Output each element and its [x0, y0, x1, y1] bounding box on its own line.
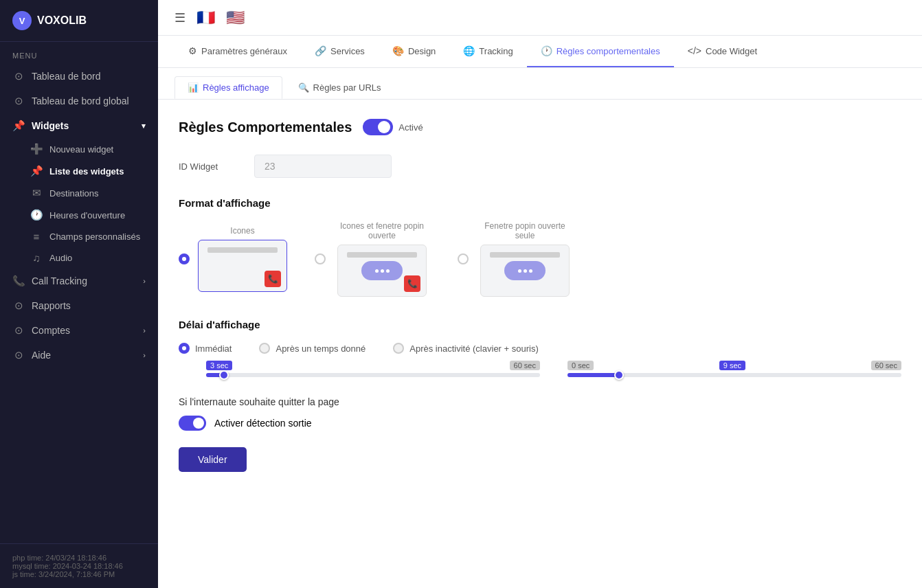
chevron-right-icon-3: ›	[143, 351, 146, 359]
format-radio-popin-seule[interactable]	[458, 253, 469, 264]
dot-2	[381, 269, 384, 273]
sidebar-item-widgets[interactable]: 📌 Widgets ▾	[0, 113, 158, 138]
sidebar-item-label: Nouveau widget	[49, 144, 113, 155]
tab-tracking[interactable]: 🌐 Tracking	[449, 36, 526, 67]
format-card-icones-wrap: Icones 📞	[198, 226, 287, 292]
dot-row-2	[518, 269, 532, 273]
card-topbar-2	[347, 252, 417, 258]
sidebar-item-heures-ouverture[interactable]: 🕐 Heures d'ouverture	[30, 204, 158, 226]
card-topbar-3	[490, 252, 560, 258]
delay-label-immediat: Immédiat	[195, 343, 232, 354]
js-time: js time: 3/24/2024, 7:18:46 PM	[12, 570, 146, 578]
exit-section: Si l'internaute souhaite quitter la page…	[179, 396, 901, 431]
sidebar-footer: php time: 24/03/24 18:18:46 mysql time: …	[0, 543, 158, 588]
format-radio-icones[interactable]	[179, 253, 190, 264]
valider-button[interactable]: Valider	[179, 447, 247, 472]
toggle-status: Activé	[398, 122, 423, 133]
tab-parametres-generaux[interactable]: ⚙ Paramètres généraux	[175, 36, 301, 67]
rules-header: Règles Comportementales Activé	[179, 119, 901, 135]
widgets-icon: 📌	[12, 120, 25, 132]
widgets-submenu: ➕ Nouveau widget 📌 Liste des widgets ✉ D…	[0, 138, 158, 269]
sidebar-item-audio[interactable]: ♫ Audio	[30, 247, 158, 269]
sidebar-item-champs-perso[interactable]: ≡ Champs personnalisés	[30, 226, 158, 247]
add-icon: ➕	[30, 143, 43, 155]
search-icon: 🔍	[298, 82, 309, 93]
id-widget-input[interactable]	[254, 155, 392, 178]
delay-option-temps-donne[interactable]: Après un temps donné	[259, 343, 366, 354]
destinations-icon: ✉	[30, 187, 43, 199]
sidebar-item-label: Tableau de bord	[32, 71, 100, 82]
id-widget-label: ID Widget	[179, 161, 240, 172]
sidebar-item-destinations[interactable]: ✉ Destinations	[30, 182, 158, 204]
slider1-track[interactable]	[206, 373, 540, 377]
sidebar-item-nouveau-widget[interactable]: ➕ Nouveau widget	[30, 138, 158, 160]
delay-option-immediat[interactable]: Immédiat	[179, 343, 232, 354]
format-option-popin-seule[interactable]: Fenetre popin ouverte seule	[458, 221, 573, 297]
delay-radio-inactivite[interactable]	[393, 343, 404, 354]
active-toggle[interactable]	[363, 119, 393, 135]
center-widget	[361, 261, 403, 280]
slider-temps-donne: 3 sec 60 sec	[206, 361, 540, 377]
format-section-title: Format d'affichage	[179, 197, 901, 209]
id-widget-row: ID Widget	[179, 155, 901, 178]
slider1-thumb[interactable]	[219, 370, 229, 380]
services-icon: 🔗	[315, 45, 326, 56]
format-radio-icones-popin[interactable]	[315, 253, 326, 264]
sidebar-item-label: Aide	[32, 350, 51, 361]
sidebar-item-call-tracking[interactable]: 📞 Call Tracking ›	[0, 269, 158, 293]
slider2-thumb[interactable]	[614, 370, 624, 380]
dot-5	[524, 269, 527, 273]
tab-design[interactable]: 🎨 Design	[379, 36, 449, 67]
format-option-label-icones: Icones	[230, 226, 254, 236]
reports-icon: ⊙	[12, 299, 25, 312]
delay-label-inactivite: Après inactivité (clavier + souris)	[409, 343, 538, 354]
tab-regles-comportementales[interactable]: 🕐 Règles comportementales	[527, 36, 674, 67]
sidebar: V VOXOLIB MENU ⊙ Tableau de bord ⊙ Table…	[0, 0, 158, 588]
format-card-icones: 📞	[198, 240, 287, 292]
sidebar-item-liste-widgets[interactable]: 📌 Liste des widgets	[30, 160, 158, 182]
tab-label: Paramètres généraux	[201, 46, 287, 56]
sub-tab-regles-urls[interactable]: 🔍 Règles par URLs	[285, 76, 394, 99]
audio-icon: ♫	[30, 252, 43, 264]
slider2-track[interactable]	[567, 373, 901, 377]
slider2-fill	[567, 373, 618, 377]
sidebar-item-label: Champs personnalisés	[49, 231, 140, 242]
dot-4	[518, 269, 521, 273]
delay-radio-temps[interactable]	[259, 343, 270, 354]
delay-label-temps: Après un temps donné	[276, 343, 366, 354]
sidebar-item-rapports[interactable]: ⊙ Rapports	[0, 293, 158, 318]
dot-6	[529, 269, 532, 273]
sidebar-item-tableau-global[interactable]: ⊙ Tableau de bord global	[0, 89, 158, 113]
exit-toggle[interactable]	[179, 416, 206, 431]
sidebar-item-comptes[interactable]: ⊙ Comptes ›	[0, 318, 158, 343]
logo-icon: V	[12, 11, 32, 30]
delay-radio-immediat[interactable]	[179, 343, 190, 354]
sidebar-item-aide[interactable]: ⊙ Aide ›	[0, 343, 158, 368]
delay-option-inactivite[interactable]: Après inactivité (clavier + souris)	[393, 343, 538, 354]
card-topbar	[207, 247, 278, 253]
tab-code-widget[interactable]: </> Code Widget	[674, 36, 771, 67]
slider1-max: 60 sec	[510, 361, 540, 370]
slider2-labels: 0 sec 9 sec 60 sec	[567, 361, 901, 370]
accounts-icon: ⊙	[12, 324, 25, 337]
call-icon-2: 📞	[404, 275, 420, 292]
slider-inactivite: 0 sec 9 sec 60 sec	[567, 361, 901, 377]
sub-tab-label: Règles par URLs	[313, 82, 381, 93]
sidebar-item-tableau-de-bord[interactable]: ⊙ Tableau de bord	[0, 64, 158, 89]
sub-tab-regles-affichage[interactable]: 📊 Règles affichage	[175, 76, 282, 99]
flag-us[interactable]: 🇺🇸	[226, 9, 245, 27]
active-toggle-group: Activé	[363, 119, 423, 135]
flag-fr[interactable]: 🇫🇷	[196, 9, 215, 27]
list-icon: 📌	[30, 165, 43, 177]
hamburger-button[interactable]: ☰	[175, 10, 185, 25]
tab-services[interactable]: 🔗 Services	[301, 36, 379, 67]
exit-toggle-group: Activer détection sortie	[179, 416, 901, 431]
delay-options: Immédiat Après un temps donné Après inac…	[179, 343, 901, 354]
format-option-icones[interactable]: Icones 📞	[179, 226, 287, 292]
dot-3	[386, 269, 390, 273]
main-tabs: ⚙ Paramètres généraux 🔗 Services 🎨 Desig…	[158, 36, 922, 68]
delay-section-title: Délai d'affichage	[179, 319, 901, 330]
format-option-icones-popin[interactable]: Icones et fenetre popin ouverte 📞	[315, 221, 430, 297]
phone-icon: 📞	[12, 275, 25, 287]
sidebar-item-label: Widgets	[32, 120, 69, 131]
